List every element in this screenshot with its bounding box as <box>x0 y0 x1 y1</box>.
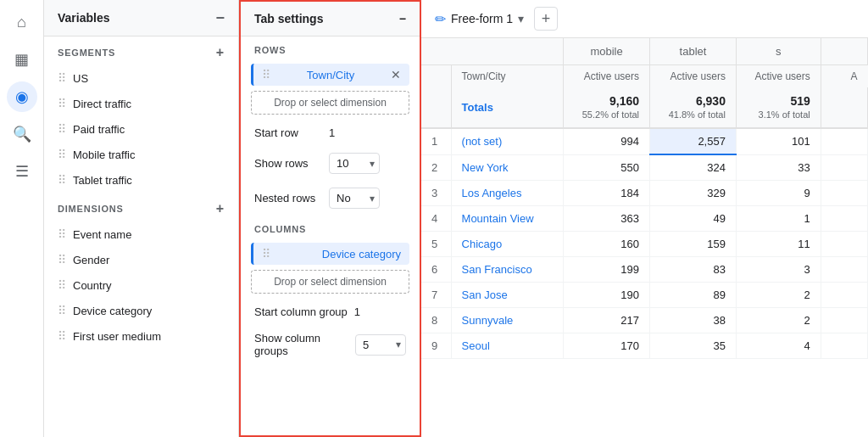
s-val-1 <box>821 128 867 154</box>
rows-section-label: ROWS <box>241 36 420 60</box>
city-link-2[interactable]: New York <box>451 154 564 181</box>
s-val-9 <box>821 333 867 359</box>
city-link-5[interactable]: Chicago <box>451 232 564 257</box>
dimension-first-user-medium[interactable]: ⠿ First user medium <box>44 323 238 349</box>
add-segment-button[interactable]: + <box>216 45 225 60</box>
totals-mobile-pct: 41.8% of total <box>669 109 726 120</box>
nested-rows-select[interactable]: No Yes <box>329 188 380 209</box>
show-col-groups-label: Show column groups <box>254 332 348 357</box>
rows-drop-dimension-button[interactable]: Drop or select dimension <box>251 91 409 115</box>
dimension-event-name[interactable]: ⠿ Event name <box>44 221 238 247</box>
chip-drag-icon: ⠿ <box>262 247 270 261</box>
mobile-val-4: 49 <box>650 206 737 232</box>
row-num-4: 4 <box>421 206 451 232</box>
dimensions-label: DIMENSIONS <box>58 204 124 214</box>
desktop-val-3: 184 <box>564 181 650 206</box>
show-rows-select-wrapper[interactable]: 1 5 10 25 50 100 ▾ <box>329 153 380 174</box>
s-val-6 <box>821 257 867 283</box>
segment-paid-traffic[interactable]: ⠿ Paid traffic <box>44 116 238 142</box>
list-icon[interactable]: ☰ <box>7 156 37 187</box>
mobile-val-1: 2,557 <box>650 128 737 154</box>
city-link-8[interactable]: Sunnyvale <box>451 308 564 333</box>
add-tab-button[interactable]: + <box>534 7 558 31</box>
tablet-val-2: 33 <box>736 154 821 181</box>
city-link-7[interactable]: San Jose <box>451 283 564 308</box>
totals-mobile-value: 6,930 <box>660 94 726 108</box>
segments-label: SEGMENTS <box>58 48 115 58</box>
s-val-7 <box>821 283 867 308</box>
start-row-row: Start row 1 <box>241 120 420 146</box>
dimension-device-category[interactable]: ⠿ Device category <box>44 298 238 323</box>
totals-num-cell <box>421 87 451 128</box>
tablet-val-9: 4 <box>736 333 821 359</box>
s-val-5 <box>821 232 867 257</box>
totals-desktop-pct: 55.2% of total <box>582 109 639 120</box>
mobile-val-5: 159 <box>650 232 737 257</box>
search-magnify-icon[interactable]: 🔍 <box>7 119 37 149</box>
tab-settings-header: Tab settings − <box>241 2 420 36</box>
table-row: 1 (not set) 994 2,557 101 <box>421 128 868 154</box>
row-num-1: 1 <box>421 128 451 154</box>
segment-tablet-traffic[interactable]: ⠿ Tablet traffic <box>44 167 238 193</box>
drag-icon: ⠿ <box>58 173 66 187</box>
rows-dimension-remove-button[interactable]: ✕ <box>391 68 401 81</box>
show-col-groups-select-wrapper[interactable]: 1 2 3 4 5 10 ▾ <box>355 334 406 356</box>
tablet-val-6: 3 <box>736 257 821 283</box>
bar-chart-icon[interactable]: ▦ <box>7 44 37 75</box>
segment-mobile-traffic[interactable]: ⠿ Mobile traffic <box>44 142 238 167</box>
nested-rows-label: Nested rows <box>254 192 322 204</box>
totals-tablet-cell: 519 3.1% of total <box>736 87 821 128</box>
sub-col-active-tablet: Active users <box>736 65 821 88</box>
data-table: mobile tablet s Town/City Active users A… <box>421 38 868 359</box>
table-row: 5 Chicago 160 159 11 <box>421 232 868 257</box>
drag-icon: ⠿ <box>58 278 66 292</box>
columns-dimension-chip[interactable]: ⠿ Device category <box>251 243 409 265</box>
dimensions-section-header: DIMENSIONS + <box>44 193 238 221</box>
city-link-9[interactable]: Seoul <box>451 333 564 359</box>
tab-name-container: ✏ Free-form 1 ▾ <box>435 11 524 27</box>
rows-dimension-chip[interactable]: ⠿ Town/City ✕ <box>251 64 409 86</box>
home-icon[interactable]: ⌂ <box>7 7 37 37</box>
add-dimension-button[interactable]: + <box>216 201 225 216</box>
s-val-2 <box>821 154 867 181</box>
drag-icon: ⠿ <box>58 227 66 241</box>
dimension-gender[interactable]: ⠿ Gender <box>44 247 238 272</box>
circle-icon[interactable]: ◉ <box>7 81 37 112</box>
table-row: 7 San Jose 190 89 2 <box>421 283 868 308</box>
segment-us[interactable]: ⠿ US <box>44 65 238 91</box>
table-sub-header: Town/City Active users Active users Acti… <box>421 65 868 88</box>
tablet-val-1: 101 <box>736 128 821 154</box>
tablet-val-5: 11 <box>736 232 821 257</box>
tablet-val-7: 2 <box>736 283 821 308</box>
col-header-tablet: s <box>736 38 821 65</box>
nested-rows-select-wrapper[interactable]: No Yes ▾ <box>329 188 380 209</box>
dimension-country[interactable]: ⠿ Country <box>44 272 238 298</box>
desktop-val-7: 190 <box>564 283 650 308</box>
variables-collapse-button[interactable]: − <box>215 10 225 25</box>
show-rows-select[interactable]: 1 5 10 25 50 100 <box>329 153 380 174</box>
city-link-3[interactable]: Los Angeles <box>451 181 564 206</box>
mobile-val-6: 83 <box>650 257 737 283</box>
mobile-val-2: 324 <box>650 154 737 181</box>
city-link-6[interactable]: San Francisco <box>451 257 564 283</box>
tab-settings-panel: Tab settings − ROWS ⠿ Town/City ✕ Drop o… <box>239 0 421 437</box>
columns-drop-dimension-button[interactable]: Drop or select dimension <box>251 270 409 294</box>
tab-settings-collapse-button[interactable]: − <box>399 12 406 25</box>
columns-section-label: COLUMNS <box>241 216 420 239</box>
desktop-val-6: 199 <box>564 257 650 283</box>
drag-icon: ⠿ <box>58 97 66 110</box>
city-link-1[interactable]: (not set) <box>451 128 564 154</box>
sub-col-town-city: Town/City <box>451 65 564 88</box>
tablet-val-3: 9 <box>736 181 821 206</box>
city-link-4[interactable]: Mountain View <box>451 206 564 232</box>
tab-dropdown-arrow-icon[interactable]: ▾ <box>518 12 524 25</box>
sub-col-active-desktop: Active users <box>564 65 650 88</box>
row-num-9: 9 <box>421 333 451 359</box>
mobile-val-8: 38 <box>650 308 737 333</box>
desktop-val-8: 217 <box>564 308 650 333</box>
col-header-empty <box>421 38 564 65</box>
row-num-2: 2 <box>421 154 451 181</box>
sub-col-active-s: A <box>821 65 867 88</box>
show-col-groups-select[interactable]: 1 2 3 4 5 10 <box>355 334 406 356</box>
segment-direct-traffic[interactable]: ⠿ Direct traffic <box>44 91 238 116</box>
